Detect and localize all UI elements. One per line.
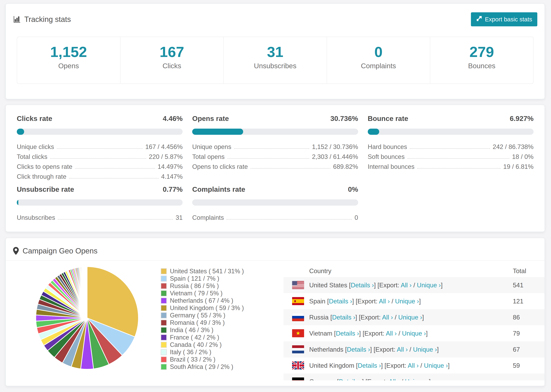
rate-detail-row: Total opens 2,303 / 61.446% bbox=[192, 151, 358, 161]
export-all-link[interactable]: All › bbox=[389, 378, 400, 380]
legend-item: United States ( 541 / 31% ) bbox=[161, 267, 244, 275]
page-title: Tracking stats bbox=[24, 15, 71, 24]
summary-stat-box: 1,152 Opens bbox=[17, 37, 120, 84]
dotted-leader bbox=[417, 168, 501, 169]
details-link[interactable]: Details › bbox=[339, 378, 362, 380]
total-cell: 541 bbox=[513, 282, 523, 289]
geo-table-head: Country Total bbox=[283, 261, 545, 277]
country-cell: United Kingdom [Details ›] [Export: All … bbox=[309, 362, 450, 369]
details-link[interactable]: Details › bbox=[347, 346, 370, 353]
rates-card: Clicks rate 4.46% Unique clicks 167 / 4.… bbox=[6, 105, 545, 232]
export-icon bbox=[476, 15, 482, 23]
rate-detail-value: 19 / 6.81% bbox=[503, 163, 534, 170]
rate-detail-row: Unique clicks 167 / 4.456% bbox=[17, 140, 183, 151]
details-link[interactable]: Details › bbox=[329, 298, 352, 305]
tracking-stats-card: Tracking stats Export basic stats 1,152 … bbox=[6, 3, 545, 99]
export-unique-link[interactable]: Unique › bbox=[402, 330, 426, 337]
legend-item: Netherlands ( 67 / 4% ) bbox=[161, 297, 244, 304]
legend-swatch bbox=[161, 290, 167, 296]
legend-swatch bbox=[161, 364, 167, 370]
export-unique-link[interactable]: Unique › bbox=[398, 314, 422, 321]
total-cell: 59 bbox=[513, 362, 520, 369]
legend-swatch bbox=[161, 349, 167, 355]
total-cell: 86 bbox=[513, 314, 520, 321]
country-name: Germany bbox=[309, 378, 335, 380]
geo-opens-pie-chart bbox=[33, 264, 141, 372]
rate-detail-row: Unique opens 1,152 / 30.736% bbox=[192, 140, 358, 151]
dotted-leader bbox=[58, 219, 173, 220]
rate-detail-label: Clicks to opens rate bbox=[17, 163, 72, 170]
geo-title-wrap: Campaign Geo Opens bbox=[13, 247, 98, 255]
dotted-leader bbox=[227, 158, 309, 159]
rate-value: 6.927% bbox=[510, 115, 534, 123]
details-link[interactable]: Details › bbox=[332, 314, 355, 321]
stat-value: 167 bbox=[120, 44, 224, 60]
legend-swatch bbox=[161, 312, 167, 318]
legend-label: Brazil ( 33 / 2% ) bbox=[170, 356, 215, 363]
export-all-link[interactable]: All › bbox=[386, 330, 397, 337]
details-link[interactable]: Details › bbox=[351, 282, 374, 289]
rate-detail-label: Unique clicks bbox=[17, 143, 54, 151]
rate-detail-label: Soft bounces bbox=[368, 153, 405, 161]
campaign-geo-opens-card: Campaign Geo Opens United States ( 541 /… bbox=[6, 238, 545, 386]
rate-progress-track bbox=[192, 199, 358, 206]
stat-value: 1,152 bbox=[17, 44, 120, 60]
rate-detail-value: 689.82% bbox=[333, 163, 358, 170]
rate-detail-row: Hard bounces 242 / 86.738% bbox=[368, 140, 534, 151]
legend-swatch bbox=[161, 342, 167, 348]
export-unique-link[interactable]: Unique › bbox=[395, 298, 419, 305]
rate-detail-value: 167 / 4.456% bbox=[145, 143, 183, 151]
legend-label: Spain ( 121 / 7% ) bbox=[170, 275, 219, 282]
dotted-leader bbox=[69, 178, 158, 179]
rate-value: 0.77% bbox=[163, 185, 183, 193]
dotted-leader bbox=[407, 158, 509, 159]
rate-detail-row: Opens to clicks rate 689.82% bbox=[192, 161, 358, 170]
country-name: United Kingdom bbox=[309, 362, 354, 369]
rate-detail-label: Complaints bbox=[192, 214, 224, 221]
rate-detail-value: 14.497% bbox=[158, 163, 183, 170]
export-all-link[interactable]: All › bbox=[379, 298, 390, 305]
dotted-leader bbox=[234, 148, 309, 149]
geo-table-row: United Kingdom [Details ›] [Export: All … bbox=[283, 357, 545, 373]
total-cell: 121 bbox=[513, 298, 523, 305]
tracking-stats-header: Tracking stats Export basic stats bbox=[6, 4, 544, 26]
rate-value: 4.46% bbox=[163, 115, 183, 123]
column-header-total: Total bbox=[513, 267, 526, 275]
export-unique-link[interactable]: Unique › bbox=[413, 346, 437, 353]
legend-label: Germany ( 55 / 3% ) bbox=[170, 312, 225, 319]
export-basic-stats-button[interactable]: Export basic stats bbox=[471, 12, 537, 26]
rate-detail-label: Internal bounces bbox=[368, 163, 415, 170]
dotted-leader bbox=[57, 148, 142, 149]
stat-value: 31 bbox=[224, 44, 327, 60]
summary-stat-box: 0 Complaints bbox=[327, 37, 430, 84]
rate-detail-value: 1,152 / 30.736% bbox=[312, 143, 358, 151]
legend-item: Romania ( 49 / 3% ) bbox=[161, 319, 244, 326]
country-cell: Netherlands [Details ›] [Export: All › /… bbox=[309, 346, 439, 353]
export-unique-link[interactable]: Unique › bbox=[424, 362, 448, 369]
country-name: Spain bbox=[309, 298, 325, 305]
geo-table-row: Germany [Details ›] [Export: All › / Uni… bbox=[283, 373, 545, 380]
rate-progress-track bbox=[192, 129, 358, 135]
rate-detail-row: Unsubscribes 31 bbox=[17, 211, 183, 221]
legend-label: Vietnam ( 79 / 5% ) bbox=[170, 290, 222, 297]
export-unique-link[interactable]: Unique › bbox=[417, 282, 441, 289]
legend-label: Russia ( 86 / 5% ) bbox=[170, 282, 219, 290]
export-all-link[interactable]: All › bbox=[401, 282, 412, 289]
rate-detail-row: Clicks to opens rate 14.497% bbox=[17, 161, 183, 170]
country-name: Vietnam bbox=[309, 330, 332, 337]
export-unique-link[interactable]: Unique › bbox=[405, 378, 429, 380]
summary-stat-box: 279 Bounces bbox=[430, 37, 533, 84]
country-cell: Russia [Details ›] [Export: All › / Uniq… bbox=[309, 314, 424, 321]
rate-title: Opens rate bbox=[192, 115, 229, 123]
total-cell: 67 bbox=[513, 346, 520, 353]
rate-block: Unsubscribe rate 0.77% Unsubscribes 31 bbox=[17, 185, 183, 221]
export-all-link[interactable]: All › bbox=[408, 362, 419, 369]
geo-table-row: Netherlands [Details ›] [Export: All › /… bbox=[283, 341, 545, 357]
export-all-link[interactable]: All › bbox=[397, 346, 408, 353]
details-link[interactable]: Details › bbox=[358, 362, 381, 369]
details-link[interactable]: Details › bbox=[336, 330, 359, 337]
export-all-link[interactable]: All › bbox=[382, 314, 393, 321]
legend-item: United Kingdom ( 59 / 3% ) bbox=[161, 304, 244, 312]
rate-detail-row: Click through rate 4.147% bbox=[17, 170, 183, 180]
country-flag-ru bbox=[292, 313, 304, 321]
